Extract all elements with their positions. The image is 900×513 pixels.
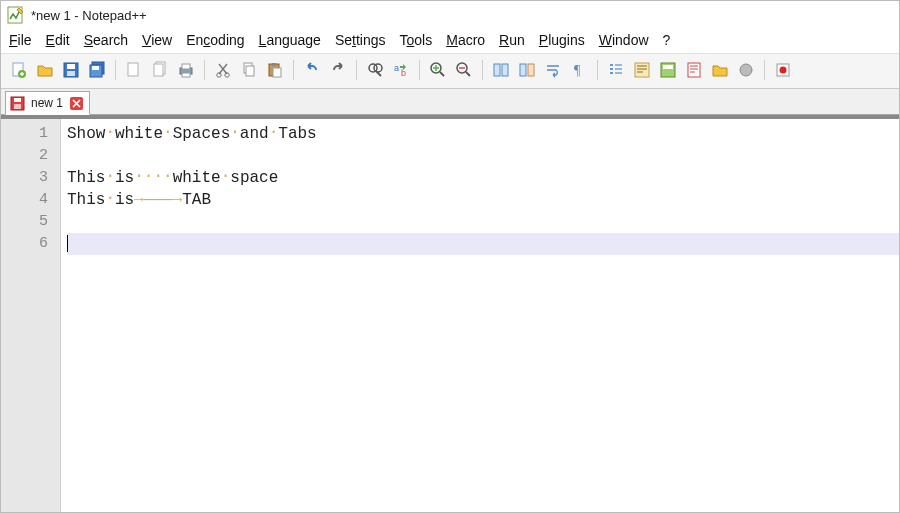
svg-rect-36	[688, 63, 700, 77]
svg-text:a: a	[394, 63, 399, 73]
whitespace-dot-icon: ·	[153, 167, 163, 185]
line-number: 6	[1, 233, 48, 255]
zoom-in-button[interactable]	[426, 58, 450, 82]
tab-close-button[interactable]	[69, 96, 83, 110]
whitespace-dot-icon: ·	[105, 167, 115, 185]
tab-row: new 1	[1, 89, 899, 115]
svg-rect-13	[182, 64, 190, 69]
svg-rect-18	[246, 66, 254, 76]
line-number-gutter: 1 2 3 4 5 6	[1, 119, 61, 512]
editor-line: Show·white·Spaces·and·Tabs	[67, 123, 899, 145]
toolbar-separator	[293, 60, 294, 80]
menu-plugins[interactable]: Plugins	[539, 32, 585, 48]
menu-file[interactable]: File	[9, 32, 32, 48]
svg-rect-8	[92, 66, 99, 70]
record-macro-button[interactable]	[771, 58, 795, 82]
svg-rect-28	[494, 64, 500, 76]
svg-text:b: b	[401, 68, 406, 78]
svg-rect-14	[182, 73, 190, 77]
sync-v-button[interactable]	[489, 58, 513, 82]
line-number: 2	[1, 145, 48, 167]
svg-rect-35	[663, 65, 673, 69]
tab-arrow-icon: ———→	[144, 191, 182, 209]
menu-macro[interactable]: Macro	[446, 32, 485, 48]
menu-view[interactable]: View	[142, 32, 172, 48]
app-icon	[7, 6, 25, 24]
editor-line: This·is····white·space	[67, 167, 899, 189]
toolbar-separator	[419, 60, 420, 80]
new-file-button[interactable]	[7, 58, 31, 82]
svg-rect-11	[154, 64, 163, 76]
line-number: 1	[1, 123, 48, 145]
folder-view-button[interactable]	[734, 58, 758, 82]
window-title: *new 1 - Notepad++	[31, 8, 147, 23]
svg-rect-42	[14, 104, 21, 109]
undo-button[interactable]	[300, 58, 324, 82]
whitespace-dot-icon: ·	[221, 167, 231, 185]
editor-body: 1 2 3 4 5 6 Show·white·Spaces·and·Tabs T…	[1, 119, 899, 512]
show-all-chars-button[interactable]: ¶	[567, 58, 591, 82]
editor-line	[67, 145, 899, 167]
menu-search[interactable]: Search	[84, 32, 128, 48]
wrap-button[interactable]	[541, 58, 565, 82]
svg-point-37	[740, 64, 752, 76]
menu-encoding[interactable]: Encoding	[186, 32, 244, 48]
menu-help[interactable]: ?	[663, 32, 671, 48]
svg-text:¶: ¶	[574, 63, 581, 78]
paste-button[interactable]	[263, 58, 287, 82]
whitespace-dot-icon: ·	[105, 189, 115, 207]
close-all-button[interactable]	[148, 58, 172, 82]
toolbar-separator	[597, 60, 598, 80]
save-button[interactable]	[59, 58, 83, 82]
svg-rect-33	[635, 63, 649, 77]
titlebar: *new 1 - Notepad++	[1, 1, 899, 29]
whitespace-dot-icon: ·	[163, 123, 173, 141]
svg-point-39	[780, 67, 787, 74]
toolbar-separator	[115, 60, 116, 80]
find-button[interactable]	[363, 58, 387, 82]
doc-map-button[interactable]	[656, 58, 680, 82]
whitespace-dot-icon: ·	[134, 167, 144, 185]
open-file-button[interactable]	[33, 58, 57, 82]
line-number: 5	[1, 211, 48, 233]
unsaved-disk-icon	[10, 96, 25, 111]
menu-run[interactable]: Run	[499, 32, 525, 48]
svg-rect-29	[502, 64, 508, 76]
svg-rect-4	[67, 64, 75, 69]
menu-window[interactable]: Window	[599, 32, 649, 48]
line-number: 3	[1, 167, 48, 189]
menu-language[interactable]: Language	[259, 32, 321, 48]
copy-button[interactable]	[237, 58, 261, 82]
indent-guide-button[interactable]	[604, 58, 628, 82]
zoom-out-button[interactable]	[452, 58, 476, 82]
tab-label: new 1	[31, 96, 63, 110]
toolbar-separator	[204, 60, 205, 80]
cut-button[interactable]	[211, 58, 235, 82]
sync-h-button[interactable]	[515, 58, 539, 82]
toolbar-separator	[356, 60, 357, 80]
print-button[interactable]	[174, 58, 198, 82]
menubar: File Edit Search View Encoding Language …	[1, 29, 899, 53]
doc-list-button[interactable]	[682, 58, 706, 82]
menu-tools[interactable]: Tools	[400, 32, 433, 48]
tab-new-1[interactable]: new 1	[5, 91, 90, 115]
svg-rect-30	[520, 64, 526, 76]
whitespace-dot-icon: ·	[144, 167, 154, 185]
line-number: 4	[1, 189, 48, 211]
svg-point-23	[374, 64, 382, 72]
replace-button[interactable]: ab	[389, 58, 413, 82]
menu-edit[interactable]: Edit	[46, 32, 70, 48]
function-list-button[interactable]	[708, 58, 732, 82]
tab-arrow-icon: →	[134, 191, 144, 209]
toolbar-separator	[764, 60, 765, 80]
menu-settings[interactable]: Settings	[335, 32, 386, 48]
udl-button[interactable]	[630, 58, 654, 82]
text-area[interactable]: Show·white·Spaces·and·Tabs This·is····wh…	[61, 119, 899, 512]
close-button[interactable]	[122, 58, 146, 82]
save-all-button[interactable]	[85, 58, 109, 82]
editor-line	[67, 211, 899, 233]
svg-rect-31	[528, 64, 534, 76]
toolbar: ab ¶	[1, 53, 899, 89]
redo-button[interactable]	[326, 58, 350, 82]
whitespace-dot-icon: ·	[163, 167, 173, 185]
